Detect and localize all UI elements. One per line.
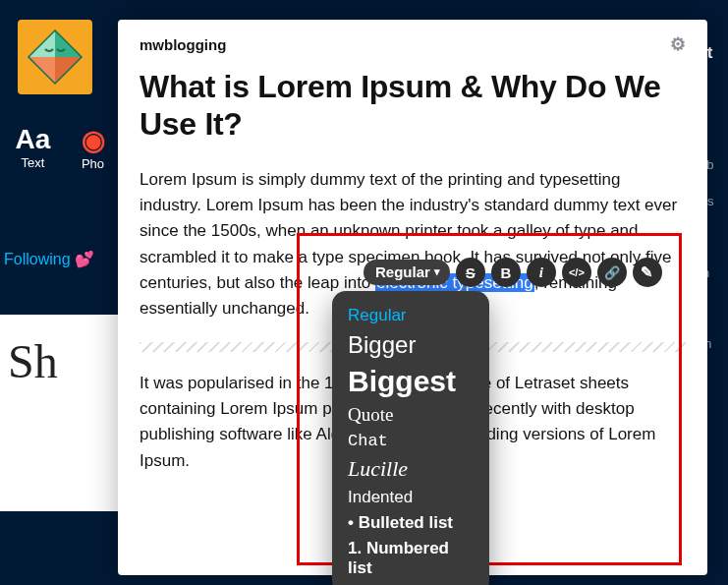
italic-button[interactable]: i (527, 258, 556, 287)
following-button[interactable]: Following 💕 (0, 171, 118, 268)
link-button[interactable]: 🔗 (597, 258, 627, 287)
create-text-post[interactable]: Aa Text (8, 124, 58, 171)
svg-marker-4 (55, 57, 81, 83)
menu-lucille[interactable]: Lucille (346, 453, 476, 485)
text-size-menu: Regular Bigger Biggest Quote Chat Lucill… (332, 291, 489, 585)
strikethrough-button[interactable]: S (456, 258, 485, 287)
menu-bigger[interactable]: Bigger (346, 328, 476, 362)
color-button[interactable]: ✎ (633, 258, 662, 287)
post-title[interactable]: What is Lorem Ipsum & Why Do We Use It? (140, 69, 686, 144)
avatar-octahedron-icon (26, 28, 84, 87)
dashboard-post-card[interactable]: Sh (0, 315, 118, 511)
menu-quote[interactable]: Quote (346, 401, 476, 429)
svg-marker-1 (55, 31, 81, 57)
code-button[interactable]: </> (562, 258, 591, 287)
editor-username[interactable]: mwblogging (140, 36, 226, 53)
chevron-down-icon: ▾ (434, 265, 440, 278)
menu-indented[interactable]: Indented (346, 485, 476, 510)
svg-marker-2 (29, 31, 55, 57)
create-photo-post[interactable]: ◉ Pho (68, 124, 118, 171)
menu-chat[interactable]: Chat (346, 429, 476, 453)
camera-icon: ◉ (82, 124, 105, 156)
menu-biggest[interactable]: Biggest (346, 362, 476, 401)
svg-marker-3 (29, 57, 55, 83)
gear-icon[interactable]: ⚙ (670, 33, 686, 55)
blog-avatar[interactable] (18, 20, 92, 94)
menu-regular[interactable]: Regular (346, 303, 476, 328)
menu-bulleted[interactable]: Bulleted list (346, 510, 476, 536)
text-format-toolbar: Regular ▾ S B i </> 🔗 ✎ (364, 258, 662, 287)
bold-button[interactable]: B (491, 258, 521, 287)
menu-numbered[interactable]: Numbered list (346, 536, 476, 581)
text-size-dropdown[interactable]: Regular ▾ (364, 260, 450, 285)
